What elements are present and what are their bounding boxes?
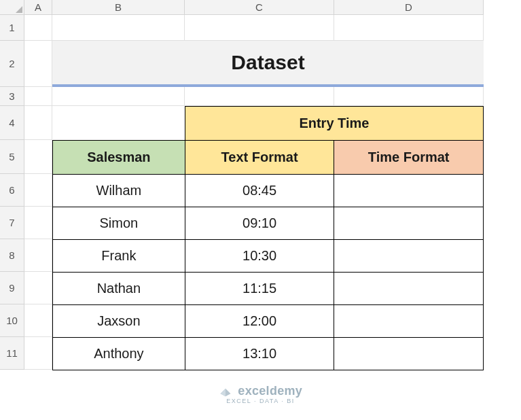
spreadsheet: A B C D 1 2 3 4 5 6 7 8 9 10 11 Dataset … bbox=[0, 0, 521, 420]
cell-A2[interactable] bbox=[24, 41, 52, 87]
cell-A3[interactable] bbox=[24, 87, 52, 106]
time-format-cell[interactable] bbox=[334, 273, 484, 305]
text-format-cell[interactable]: 10:30 bbox=[185, 240, 334, 273]
cell-A4[interactable] bbox=[24, 106, 52, 140]
cell-D1[interactable] bbox=[334, 15, 484, 41]
text-format-header[interactable]: Text Format bbox=[185, 141, 334, 175]
row-header-3[interactable]: 3 bbox=[0, 87, 24, 106]
text-format-cell[interactable]: 13:10 bbox=[185, 338, 334, 370]
row-header-8[interactable]: 8 bbox=[0, 239, 24, 272]
cell-C3[interactable] bbox=[185, 87, 334, 106]
time-format-cell[interactable] bbox=[334, 305, 484, 338]
salesman-cell[interactable]: Nathan bbox=[53, 273, 185, 305]
title-cell[interactable]: Dataset bbox=[52, 41, 484, 87]
entry-time-header[interactable]: Entry Time bbox=[185, 107, 483, 141]
row-header-10[interactable]: 10 bbox=[0, 304, 24, 337]
salesman-cell[interactable]: Simon bbox=[53, 207, 185, 240]
cell-A7[interactable] bbox=[24, 207, 52, 239]
table-row: Frank 10:30 bbox=[53, 240, 484, 273]
row-header-2[interactable]: 2 bbox=[0, 41, 24, 87]
cell-B3[interactable] bbox=[52, 87, 185, 106]
cell-A9[interactable] bbox=[24, 272, 52, 304]
logo-icon bbox=[219, 384, 232, 398]
cell-C1[interactable] bbox=[185, 15, 334, 41]
watermark-tagline: EXCEL · DATA · BI bbox=[0, 398, 521, 404]
cell-A8[interactable] bbox=[24, 239, 52, 272]
col-header-A[interactable]: A bbox=[24, 0, 52, 15]
select-all-corner[interactable] bbox=[0, 0, 24, 15]
table-row: Jaxson 12:00 bbox=[53, 305, 484, 338]
salesman-cell[interactable]: Frank bbox=[53, 240, 185, 273]
table-row: Anthony 13:10 bbox=[53, 338, 484, 370]
cell-B1[interactable] bbox=[52, 15, 185, 41]
watermark-brand: exceldemy bbox=[238, 384, 302, 398]
col-header-C[interactable]: C bbox=[185, 0, 334, 15]
time-format-header[interactable]: Time Format bbox=[334, 141, 484, 175]
cell-A5[interactable] bbox=[24, 140, 52, 174]
cell-D3[interactable] bbox=[334, 87, 484, 106]
cell-A1[interactable] bbox=[24, 15, 52, 41]
col-header-B[interactable]: B bbox=[52, 0, 185, 15]
row-header-5[interactable]: 5 bbox=[0, 140, 24, 174]
time-format-cell[interactable] bbox=[334, 175, 484, 207]
row-header-7[interactable]: 7 bbox=[0, 207, 24, 239]
salesman-cell[interactable]: Jaxson bbox=[53, 305, 185, 338]
table-row: Wilham 08:45 bbox=[53, 175, 484, 207]
table-row: Simon 09:10 bbox=[53, 207, 484, 240]
text-format-cell[interactable]: 08:45 bbox=[185, 175, 334, 207]
cell-A10[interactable] bbox=[24, 304, 52, 337]
salesman-header[interactable]: Salesman bbox=[53, 141, 185, 175]
cell-A11[interactable] bbox=[24, 337, 52, 370]
row-header-11[interactable]: 11 bbox=[0, 337, 24, 370]
salesman-cell[interactable]: Anthony bbox=[53, 338, 185, 370]
time-format-cell[interactable] bbox=[334, 240, 484, 273]
data-table: Entry Time Salesman Text Format Time For… bbox=[52, 106, 484, 370]
cell-A6[interactable] bbox=[24, 174, 52, 207]
row-header-1[interactable]: 1 bbox=[0, 15, 24, 41]
watermark: exceldemy EXCEL · DATA · BI bbox=[0, 384, 521, 404]
row-header-4[interactable]: 4 bbox=[0, 106, 24, 140]
row-header-9[interactable]: 9 bbox=[0, 272, 24, 304]
col-header-D[interactable]: D bbox=[334, 0, 484, 15]
salesman-cell[interactable]: Wilham bbox=[53, 175, 185, 207]
time-format-cell[interactable] bbox=[334, 207, 484, 240]
content-area: Dataset Entry Time Salesman Text Format … bbox=[52, 41, 484, 87]
table-row: Nathan 11:15 bbox=[53, 273, 484, 305]
time-format-cell[interactable] bbox=[334, 338, 484, 370]
text-format-cell[interactable]: 11:15 bbox=[185, 273, 334, 305]
row-header-6[interactable]: 6 bbox=[0, 174, 24, 207]
text-format-cell[interactable]: 09:10 bbox=[185, 207, 334, 240]
text-format-cell[interactable]: 12:00 bbox=[185, 305, 334, 338]
empty-corner-cell[interactable] bbox=[53, 107, 185, 141]
